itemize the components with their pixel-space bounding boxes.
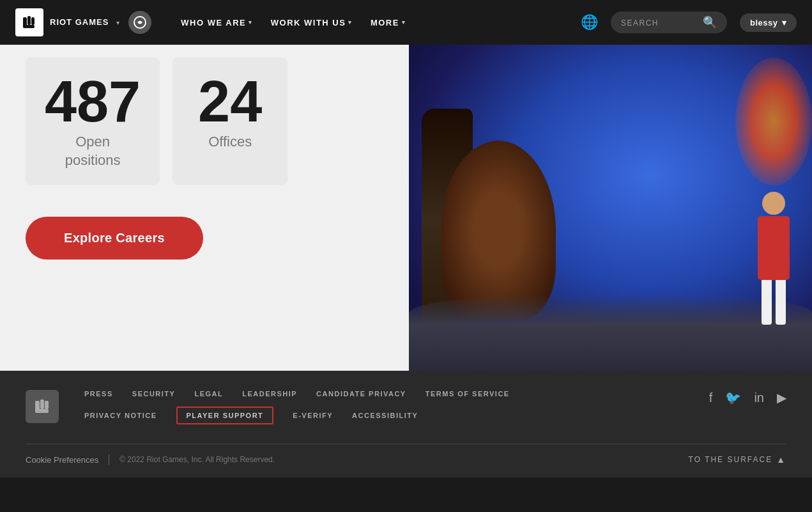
logo-dropdown-chevron[interactable]: ▾ (116, 19, 119, 26)
girl-figure (755, 192, 793, 307)
nav-who-we-are[interactable]: WHO WE ARE ▾ (174, 13, 259, 33)
footer-link-accessibility[interactable]: ACCESSIBILITY (352, 412, 418, 419)
navbar-logo[interactable]: RIOT GAMES ▾ (15, 8, 151, 36)
facebook-icon[interactable]: f (709, 391, 713, 405)
footer-link-leadership[interactable]: LEADERSHIP (242, 390, 297, 398)
footer-vertical-divider (109, 454, 109, 465)
footer-link-candidate-privacy[interactable]: CANDIDATE PRIVACY (316, 390, 406, 398)
stat-card-positions: 487 Openpositions (26, 58, 160, 185)
girl-legs (755, 280, 793, 325)
user-name-label: blessy (750, 18, 778, 27)
bear-figure (441, 141, 556, 320)
svg-rect-3 (23, 25, 34, 28)
nav-links: WHO WE ARE ▾ WORK WITH US ▾ MORE ▾ (174, 13, 563, 33)
girl-body (758, 216, 790, 280)
stats-row: 487 Openpositions 24 Offices (26, 58, 287, 185)
rocks-decoration (409, 294, 812, 371)
user-menu-chevron: ▾ (782, 18, 787, 27)
linkedin-icon[interactable]: in (754, 391, 764, 405)
svg-rect-2 (31, 17, 34, 25)
to-top-arrow-icon: ▲ (776, 454, 786, 465)
girl-leg-left (762, 280, 772, 325)
main-content: 487 Openpositions 24 Offices Explore Car… (0, 45, 812, 371)
globe-icon[interactable]: 🌐 (581, 14, 598, 31)
work-with-us-chevron: ▾ (348, 19, 353, 26)
footer-link-press[interactable]: PRESS (84, 390, 113, 398)
svg-rect-8 (35, 409, 49, 413)
footer-logo (26, 390, 59, 423)
to-top-label: TO THE SURFACE (689, 455, 773, 464)
hero-image (409, 45, 812, 371)
footer-divider (26, 444, 786, 444)
footer-bottom-left: Cookie Preferences © 2022 Riot Games, In… (26, 454, 275, 465)
footer-links-row-2: PRIVACY NOTICE PLAYER SUPPORT E-VERIFY A… (84, 407, 510, 424)
offices-number: 24 (192, 73, 268, 130)
open-positions-label: Openpositions (45, 133, 141, 169)
user-menu-button[interactable]: blessy ▾ (740, 13, 797, 32)
footer-link-security[interactable]: SECURITY (132, 390, 176, 398)
offices-label: Offices (192, 133, 268, 151)
footer-links-container: PRESS SECURITY LEGAL LEADERSHIP CANDIDAT… (84, 390, 510, 424)
who-we-are-chevron: ▾ (249, 19, 253, 26)
footer: PRESS SECURITY LEGAL LEADERSHIP CANDIDAT… (0, 371, 812, 477)
navbar: RIOT GAMES ▾ WHO WE ARE ▾ WORK WITH US ▾… (0, 0, 812, 45)
more-chevron: ▾ (402, 19, 406, 26)
fire-effect (735, 58, 812, 185)
search-icon[interactable]: 🔍 (703, 15, 717, 29)
stat-card-offices: 24 Offices (172, 58, 287, 185)
secondary-logo[interactable] (128, 11, 151, 34)
footer-left: PRESS SECURITY LEGAL LEADERSHIP CANDIDAT… (26, 390, 510, 424)
riot-fist-logo[interactable] (15, 8, 43, 36)
footer-links-row-1: PRESS SECURITY LEGAL LEADERSHIP CANDIDAT… (84, 390, 510, 398)
search-bar[interactable]: 🔍 (611, 12, 727, 33)
explore-careers-button[interactable]: Explore Careers (26, 217, 203, 260)
footer-main: PRESS SECURITY LEGAL LEADERSHIP CANDIDAT… (26, 390, 786, 444)
left-panel: 487 Openpositions 24 Offices Explore Car… (0, 45, 409, 371)
to-top-button[interactable]: TO THE SURFACE ▲ (689, 454, 786, 465)
footer-link-terms[interactable]: TERMS OF SERVICE (425, 390, 510, 398)
riot-games-wordmark: RIOT GAMES (50, 17, 109, 27)
svg-rect-1 (27, 16, 31, 25)
footer-link-legal[interactable]: LEGAL (194, 390, 223, 398)
footer-link-e-verify[interactable]: E-VERIFY (293, 412, 333, 419)
girl-head (762, 192, 785, 215)
nav-more[interactable]: MORE ▾ (364, 13, 413, 33)
search-input[interactable] (621, 18, 698, 27)
footer-link-privacy-notice[interactable]: PRIVACY NOTICE (84, 412, 157, 419)
footer-bottom: Cookie Preferences © 2022 Riot Games, In… (26, 454, 786, 477)
twitter-icon[interactable]: 🐦 (725, 390, 741, 405)
svg-rect-7 (45, 401, 49, 409)
copyright-text: © 2022 Riot Games, Inc. All Rights Reser… (119, 455, 275, 464)
youtube-icon[interactable]: ▶ (777, 390, 786, 405)
svg-rect-6 (40, 400, 44, 409)
cookie-preferences-link[interactable]: Cookie Preferences (26, 455, 98, 465)
footer-link-player-support[interactable]: PLAYER SUPPORT (176, 407, 274, 424)
nav-work-with-us[interactable]: WORK WITH US ▾ (264, 13, 359, 33)
open-positions-number: 487 (45, 73, 141, 130)
footer-social-links: f 🐦 in ▶ (709, 390, 786, 405)
girl-leg-right (776, 280, 786, 325)
